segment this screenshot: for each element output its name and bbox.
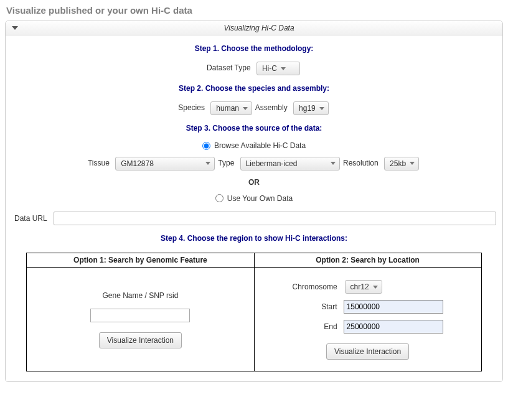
dataset-type-row: Dataset Type Hi-C [12, 62, 496, 75]
chevron-down-icon [12, 26, 18, 30]
chevron-down-icon [243, 107, 248, 110]
panel-header[interactable]: Visualizing Hi-C Data [6, 21, 502, 35]
gene-label: Gene Name / SNP rsid [33, 291, 247, 300]
option2-header: Option 2: Search by Location [254, 253, 481, 268]
step2-heading: Step 2. Choose the species and assembly: [12, 84, 496, 93]
step3-heading: Step 3. Choose the source of the data: [12, 124, 496, 133]
chevron-down-icon [205, 162, 210, 165]
visualize-button-location[interactable]: Visualize Interaction [326, 343, 409, 360]
data-url-label: Data URL [14, 214, 47, 223]
chevron-down-icon [410, 162, 415, 165]
chevron-down-icon [373, 286, 378, 289]
browse-radio-label: Browse Available Hi-C Data [214, 141, 306, 150]
end-input[interactable] [344, 320, 443, 334]
species-select[interactable]: human [210, 101, 252, 115]
own-radio-row: Use Your Own Data [12, 194, 496, 205]
options-table: Option 1: Search by Genomic Feature Opti… [26, 253, 481, 371]
panel-title: Visualizing Hi-C Data [22, 24, 496, 32]
resolution-value: 25kb [390, 159, 406, 168]
chevron-down-icon [319, 107, 324, 110]
data-url-input[interactable] [54, 212, 496, 225]
dataset-type-value: Hi-C [262, 64, 277, 73]
visualize-button-gene[interactable]: Visualize Interaction [99, 332, 182, 348]
tissue-label: Tissue [88, 159, 110, 167]
panel-body: Step 1. Choose the methodology: Dataset … [6, 35, 502, 381]
browse-radio-row: Browse Available Hi-C Data [12, 141, 496, 152]
option1-header: Option 1: Search by Genomic Feature [27, 253, 254, 268]
assembly-select[interactable]: hg19 [293, 101, 329, 115]
start-label: Start [293, 302, 337, 311]
browse-radio[interactable]: Browse Available Hi-C Data [202, 141, 306, 150]
tissue-value: GM12878 [121, 159, 154, 168]
chromosome-label: Chromosome [293, 282, 337, 291]
own-radio-label: Use Your Own Data [227, 194, 293, 203]
own-radio-input[interactable] [215, 194, 223, 202]
option1-cell: Gene Name / SNP rsid Visualize Interacti… [27, 268, 254, 371]
type-label: Type [218, 159, 234, 167]
browse-radio-input[interactable] [202, 142, 210, 150]
page-title: Visualize published or your own Hi-C dat… [6, 5, 503, 16]
gene-input[interactable] [90, 309, 190, 322]
start-input[interactable] [344, 300, 443, 314]
step1-heading: Step 1. Choose the methodology: [12, 44, 496, 53]
step4-heading: Step 4. Choose the region to show Hi-C i… [12, 234, 496, 243]
dataset-type-label: Dataset Type [207, 63, 251, 72]
species-label: Species [178, 103, 205, 112]
dataset-type-select[interactable]: Hi-C [256, 62, 300, 75]
type-value: Lieberman-iced [246, 159, 298, 168]
tissue-select[interactable]: GM12878 [115, 157, 215, 170]
own-radio[interactable]: Use Your Own Data [215, 194, 293, 203]
end-label: End [293, 322, 337, 331]
data-url-row: Data URL [12, 212, 496, 225]
chromosome-select[interactable]: chr12 [345, 280, 382, 294]
option2-cell: Chromosome chr12 Start End [254, 268, 481, 371]
tissue-type-res-row: Tissue GM12878 Type Lieberman-iced Resol… [12, 157, 496, 170]
species-value: human [216, 104, 239, 113]
type-select[interactable]: Lieberman-iced [240, 157, 340, 170]
resolution-select[interactable]: 25kb [384, 157, 419, 170]
or-text: OR [12, 178, 496, 187]
chevron-down-icon [281, 67, 286, 70]
species-assembly-row: Species human Assembly hg19 [12, 101, 496, 115]
chromosome-value: chr12 [350, 282, 369, 291]
assembly-label: Assembly [255, 103, 288, 112]
chevron-down-icon [331, 162, 336, 165]
hic-panel: Visualizing Hi-C Data Step 1. Choose the… [5, 21, 503, 382]
resolution-label: Resolution [343, 159, 379, 167]
assembly-value: hg19 [299, 104, 316, 113]
